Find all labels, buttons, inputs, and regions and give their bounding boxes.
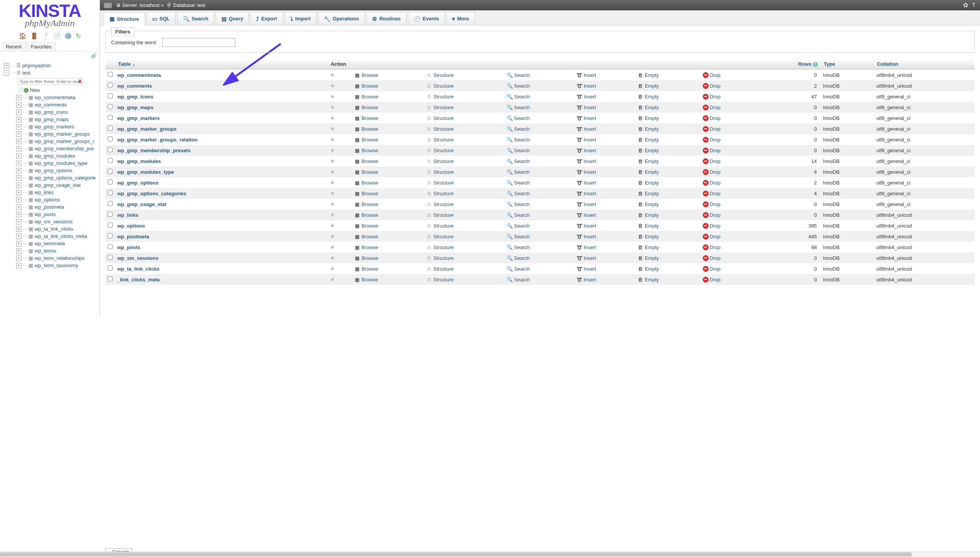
tree-table-item[interactable]: +⋯▦wp_gmp_membership_pre bbox=[16, 145, 97, 152]
drop-action[interactable]: Drop bbox=[703, 201, 754, 207]
structure-action[interactable]: ⎍ Structure bbox=[426, 277, 502, 283]
empty-action[interactable]: 🗑 Empty bbox=[637, 201, 698, 207]
row-checkbox[interactable] bbox=[108, 93, 113, 98]
table-name-link[interactable]: wp_sm_sessions bbox=[117, 255, 158, 261]
table-name-link[interactable]: _link_clicks_meta bbox=[117, 277, 160, 283]
structure-action[interactable]: ⎍ Structure bbox=[426, 137, 502, 143]
insert-action[interactable]: ➰ Insert bbox=[576, 158, 633, 164]
help-icon[interactable]: ? bbox=[813, 62, 818, 67]
structure-action[interactable]: ⎍ Structure bbox=[426, 234, 502, 239]
drop-action[interactable]: Drop bbox=[703, 234, 754, 239]
row-checkbox[interactable] bbox=[108, 212, 113, 217]
browse-action[interactable]: ▦ Browse bbox=[354, 223, 378, 229]
expand-icon[interactable]: + bbox=[16, 131, 22, 137]
browse-action[interactable]: ▦ Browse bbox=[354, 212, 378, 218]
tree-table-item[interactable]: +⋯▦wp_posts bbox=[16, 211, 97, 218]
empty-action[interactable]: 🗑 Empty bbox=[637, 94, 698, 100]
tree-table-item[interactable]: +⋯▦wp_gmp_usage_stat bbox=[16, 181, 97, 189]
insert-action[interactable]: ➰ Insert bbox=[576, 255, 633, 261]
table-name-link[interactable]: wp_gmp_marker_groups_relation bbox=[117, 137, 198, 143]
structure-action[interactable]: ⎍ Structure bbox=[426, 105, 502, 110]
expand-icon[interactable]: + bbox=[16, 102, 22, 108]
insert-action[interactable]: ➰ Insert bbox=[576, 201, 633, 207]
th-rows[interactable]: Rows? bbox=[757, 59, 821, 70]
tree-table-item[interactable]: +⋯▦wp_ta_link_clicks bbox=[16, 225, 97, 233]
browse-action[interactable]: ▦ Browse bbox=[354, 137, 378, 143]
favorite-star-icon[interactable]: ★ bbox=[330, 179, 335, 186]
favorite-star-icon[interactable]: ★ bbox=[330, 82, 335, 89]
row-checkbox[interactable] bbox=[108, 158, 113, 163]
search-action[interactable]: 🔍 Search bbox=[507, 126, 572, 132]
tree-table-item[interactable]: +⋯▦wp_termmeta bbox=[16, 240, 97, 247]
table-name-link[interactable]: wp_gmp_options_categories bbox=[117, 191, 186, 196]
drop-action[interactable]: Drop bbox=[703, 158, 754, 164]
search-action[interactable]: 🔍 Search bbox=[507, 244, 572, 250]
insert-action[interactable]: ➰ Insert bbox=[576, 94, 633, 100]
tab-operations[interactable]: 🔧Operations bbox=[318, 12, 365, 25]
gear-icon[interactable]: ⚙️ bbox=[64, 33, 72, 39]
search-action[interactable]: 🔍 Search bbox=[507, 277, 572, 283]
favorite-star-icon[interactable]: ★ bbox=[330, 233, 335, 239]
browse-action[interactable]: ▦ Browse bbox=[354, 115, 378, 121]
favorite-star-icon[interactable]: ★ bbox=[330, 211, 335, 218]
tree-table-item[interactable]: +⋯▦wp_gmp_options_categorie bbox=[16, 174, 97, 181]
browse-action[interactable]: ▦ Browse bbox=[354, 201, 378, 207]
expand-icon[interactable]: + bbox=[16, 183, 22, 188]
row-checkbox[interactable] bbox=[108, 115, 113, 120]
structure-action[interactable]: ⎍ Structure bbox=[426, 191, 502, 196]
tab-export[interactable]: ⤴Export bbox=[250, 12, 283, 25]
drop-action[interactable]: Drop bbox=[703, 94, 754, 100]
tab-import[interactable]: ⤵Import bbox=[285, 12, 316, 25]
favorite-star-icon[interactable]: ★ bbox=[330, 276, 335, 283]
tree-table-item[interactable]: +⋯▦wp_terms bbox=[16, 247, 97, 254]
search-action[interactable]: 🔍 Search bbox=[507, 191, 572, 196]
link-icon[interactable]: 🔗 bbox=[91, 53, 97, 59]
row-checkbox[interactable] bbox=[108, 233, 113, 238]
search-action[interactable]: 🔍 Search bbox=[507, 266, 572, 272]
expand-icon[interactable]: + bbox=[16, 110, 22, 115]
insert-action[interactable]: ➰ Insert bbox=[576, 191, 633, 196]
expand-icon[interactable]: + bbox=[16, 205, 22, 210]
empty-action[interactable]: 🗑 Empty bbox=[637, 169, 698, 175]
filter-word-input[interactable] bbox=[162, 38, 235, 47]
drop-action[interactable]: Drop bbox=[703, 72, 754, 78]
insert-action[interactable]: ➰ Insert bbox=[576, 126, 633, 132]
drop-action[interactable]: Drop bbox=[703, 148, 754, 153]
browse-action[interactable]: ▦ Browse bbox=[354, 105, 378, 110]
table-name-link[interactable]: wp_gmp_maps bbox=[117, 105, 153, 110]
table-name-link[interactable]: wp_gmp_modules_type bbox=[117, 169, 174, 175]
empty-action[interactable]: 🗑 Empty bbox=[637, 83, 698, 89]
search-action[interactable]: 🔍 Search bbox=[507, 115, 572, 121]
tab-favorites[interactable]: Favorites bbox=[27, 42, 55, 51]
search-action[interactable]: 🔍 Search bbox=[507, 148, 572, 153]
drop-action[interactable]: Drop bbox=[703, 244, 754, 250]
tree-table-item[interactable]: +⋯▦wp_commentmeta bbox=[16, 94, 97, 101]
new-table-link[interactable]: 📄+ New bbox=[18, 86, 97, 94]
tab-more[interactable]: ▾More bbox=[446, 12, 475, 25]
table-name-link[interactable]: wp_gmp_options bbox=[117, 180, 158, 186]
browse-action[interactable]: ▦ Browse bbox=[354, 94, 378, 100]
favorite-star-icon[interactable]: ★ bbox=[330, 168, 335, 175]
structure-action[interactable]: ⎍ Structure bbox=[426, 115, 502, 121]
expand-icon[interactable]: + bbox=[16, 139, 22, 144]
tab-routines[interactable]: ⚙Routines bbox=[366, 12, 407, 25]
expand-icon[interactable]: + bbox=[16, 219, 22, 224]
tree-table-item[interactable]: +⋯▦wp_gmp_modules_type bbox=[16, 160, 97, 167]
row-checkbox[interactable] bbox=[108, 104, 113, 109]
server-name[interactable]: localhost bbox=[140, 2, 160, 8]
tree-table-item[interactable]: +⋯▦wp_gmp_maps bbox=[16, 116, 97, 123]
row-checkbox[interactable] bbox=[108, 223, 113, 228]
tab-events[interactable]: 🕐Events bbox=[408, 12, 445, 25]
expand-icon[interactable]: + bbox=[16, 263, 22, 268]
favorite-star-icon[interactable]: ★ bbox=[330, 147, 335, 153]
expand-icon[interactable]: + bbox=[16, 241, 22, 246]
th-table[interactable]: Table▲ bbox=[115, 59, 328, 70]
clear-filter-icon[interactable]: X bbox=[78, 78, 82, 84]
drop-action[interactable]: Drop bbox=[703, 266, 754, 272]
expand-icon[interactable]: + bbox=[16, 153, 22, 159]
structure-action[interactable]: ⎍ Structure bbox=[426, 72, 502, 78]
favorite-star-icon[interactable]: ★ bbox=[330, 222, 335, 229]
structure-action[interactable]: ⎍ Structure bbox=[426, 158, 502, 164]
tab-recent[interactable]: Recent bbox=[2, 42, 26, 51]
favorite-star-icon[interactable]: ★ bbox=[330, 190, 335, 196]
